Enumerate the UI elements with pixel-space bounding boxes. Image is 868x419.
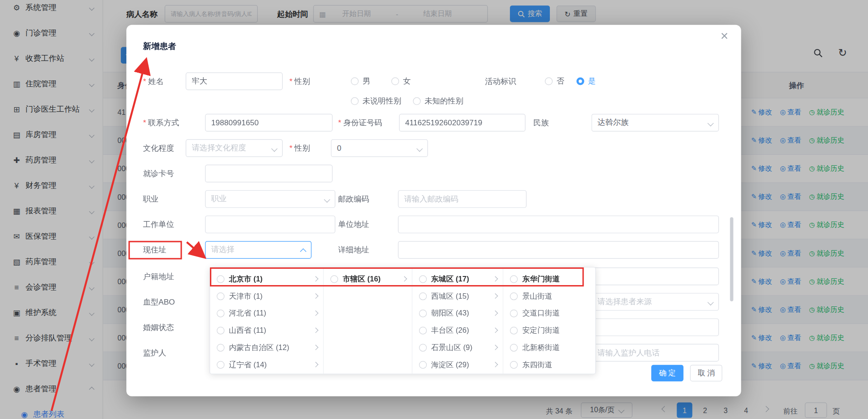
contact-input[interactable] xyxy=(205,114,333,132)
add-patient-modal: 新增患者 × 姓名 性别 男 女 未说明性别 未知的性别 活动标识 否 是 联系… xyxy=(126,25,741,396)
radio-circle-icon xyxy=(510,361,518,369)
work-unit-label: 工作单位 xyxy=(143,216,174,233)
radio-label: 女 xyxy=(403,76,411,86)
radio-label: 是 xyxy=(588,76,596,86)
chevron-down-icon xyxy=(708,120,714,127)
cascader-option-andingmen[interactable]: 安定门街道 xyxy=(504,322,595,339)
name-input[interactable] xyxy=(186,73,283,90)
cascader-option-donghuamen[interactable]: 东华门街道 xyxy=(504,270,595,287)
radio-circle-icon xyxy=(217,292,224,300)
chevron-right-icon xyxy=(313,293,319,299)
cascader-option-neimenggu[interactable]: 内蒙古自治区 (12) xyxy=(210,339,323,356)
cascader-option-jiaodaokou[interactable]: 交道口街道 xyxy=(504,305,595,322)
radio-circle-icon xyxy=(351,97,359,105)
chevron-right-icon xyxy=(493,311,498,316)
gender-radio-female[interactable]: 女 xyxy=(391,73,411,90)
gender-radio-unknown[interactable]: 未知的性别 xyxy=(413,92,464,110)
education-label: 文化程度 xyxy=(143,139,174,157)
cascader-option-label: 北新桥街道 xyxy=(523,342,590,352)
cascader-option-shixiaqu[interactable]: 市辖区 (16) xyxy=(324,270,412,287)
cascader-option-liaoning[interactable]: 辽宁省 (14) xyxy=(210,356,323,373)
cascader-option-beijing[interactable]: 北京市 (1) xyxy=(210,270,323,287)
radio-circle-icon xyxy=(510,309,518,317)
patient-source-placeholder: 请选择患者来源 xyxy=(598,297,652,307)
cascader-option-label: 东城区 (17) xyxy=(431,274,490,284)
radio-circle-icon xyxy=(217,344,224,351)
occupation-placeholder: 职业 xyxy=(211,194,227,204)
guardian-phone-input[interactable] xyxy=(591,344,719,361)
radio-circle-icon xyxy=(510,292,518,300)
cascader-option-haidian[interactable]: 海淀区 (29) xyxy=(412,356,503,373)
current-address-label: 现住址 xyxy=(143,241,166,259)
cascader-option-fengtai[interactable]: 丰台区 (26) xyxy=(412,322,503,339)
cascader-option-label: 海淀区 (29) xyxy=(431,360,490,370)
modal-title: 新增患者 xyxy=(143,41,176,52)
cascader-option-label: 朝阳区 (43) xyxy=(431,308,490,318)
education-select[interactable]: 请选择文化程度 xyxy=(186,139,283,157)
active-flag-radio-no[interactable]: 否 xyxy=(545,73,564,90)
cascader-option-hebei[interactable]: 河北省 (11) xyxy=(210,305,323,322)
radio-label: 未知的性别 xyxy=(424,96,463,106)
id-card-label: 身份证号码 xyxy=(338,114,382,132)
occupation-select[interactable]: 职业 xyxy=(205,190,335,208)
radio-circle-icon xyxy=(419,344,427,351)
work-unit-input[interactable] xyxy=(205,216,335,233)
chevron-right-icon xyxy=(313,276,319,281)
cascader-option-tianjin[interactable]: 天津市 (1) xyxy=(210,287,323,305)
card-no-input[interactable] xyxy=(205,165,333,182)
cancel-button[interactable]: 取 消 xyxy=(690,365,723,382)
current-address-placeholder: 请选择 xyxy=(211,245,234,255)
cascader-option-xicheng[interactable]: 西城区 (15) xyxy=(412,287,503,305)
chevron-down-icon xyxy=(271,146,278,152)
gender-radio-male[interactable]: 男 xyxy=(351,73,370,90)
nation-select[interactable]: 达斡尔族 xyxy=(591,114,719,132)
cascader-street-column: 东华门街道 景山街道 交道口街道 安定门街道 北新桥街道 东四街道 xyxy=(504,267,595,374)
gender-radio-unexplained[interactable]: 未说明性别 xyxy=(351,92,401,110)
chevron-right-icon xyxy=(493,328,498,333)
cascader-option-label: 石景山区 (9) xyxy=(431,342,490,352)
patient-source-select[interactable]: 请选择患者来源 xyxy=(591,293,719,311)
radio-circle-icon xyxy=(419,309,427,317)
cascader-option-label: 市辖区 (16) xyxy=(343,274,399,284)
chevron-right-icon xyxy=(313,328,319,333)
blood-abo-label: 血型ABO xyxy=(143,293,175,311)
current-address-select[interactable]: 请选择 xyxy=(205,241,311,259)
cascader-option-dongcheng[interactable]: 东城区 (17) xyxy=(412,270,503,287)
name-label: 姓名 xyxy=(143,73,164,90)
cascader-option-chaoyang[interactable]: 朝阳区 (43) xyxy=(412,305,503,322)
radio-circle-icon xyxy=(217,326,224,334)
gender-code-select[interactable]: 0 xyxy=(331,139,428,157)
cascader-option-label: 山西省 (11) xyxy=(229,325,311,335)
modal-scrollbar[interactable] xyxy=(730,217,733,301)
id-card-input[interactable] xyxy=(399,114,525,132)
close-icon[interactable]: × xyxy=(721,30,728,43)
cascader-option-label: 西城区 (15) xyxy=(431,291,490,301)
active-flag-radio-yes[interactable]: 是 xyxy=(576,73,596,90)
radio-label: 未说明性别 xyxy=(363,96,401,106)
unit-address-input[interactable] xyxy=(398,216,719,233)
cascader-option-jingshan[interactable]: 景山街道 xyxy=(504,287,595,305)
marital-row-input[interactable] xyxy=(591,318,719,336)
radio-circle-icon xyxy=(217,275,224,283)
detail-address-input[interactable] xyxy=(398,241,719,259)
screen: ⚙系统管理 ◉门诊管理 ¥收费工作站 ▥住院管理 ⊞门诊医生工作站 ▤库房管理 … xyxy=(0,0,868,419)
cascader-option-beixinqiao[interactable]: 北新桥街道 xyxy=(504,339,595,356)
chevron-right-icon xyxy=(313,311,319,316)
postcode-input[interactable] xyxy=(398,190,527,208)
cascader-option-dongsi[interactable]: 东四街道 xyxy=(504,356,595,373)
radio-circle-icon xyxy=(545,77,553,85)
chevron-right-icon xyxy=(493,345,498,350)
radio-circle-icon xyxy=(419,275,427,283)
cascader-option-label: 景山街道 xyxy=(523,291,590,301)
radio-circle-icon xyxy=(351,77,359,85)
gender-code-label: 性别 xyxy=(289,139,310,157)
cascader-option-shijingshan[interactable]: 石景山区 (9) xyxy=(412,339,503,356)
confirm-button[interactable]: 确 定 xyxy=(651,365,683,382)
radio-circle-icon xyxy=(217,309,224,317)
radio-circle-icon xyxy=(413,97,421,105)
cascader-option-label: 安定门街道 xyxy=(523,325,590,335)
detail-address-label: 详细地址 xyxy=(338,241,369,259)
chevron-down-icon xyxy=(416,146,423,152)
cascader-option-shanxi[interactable]: 山西省 (11) xyxy=(210,322,323,339)
cascader-option-label: 丰台区 (26) xyxy=(431,325,490,335)
